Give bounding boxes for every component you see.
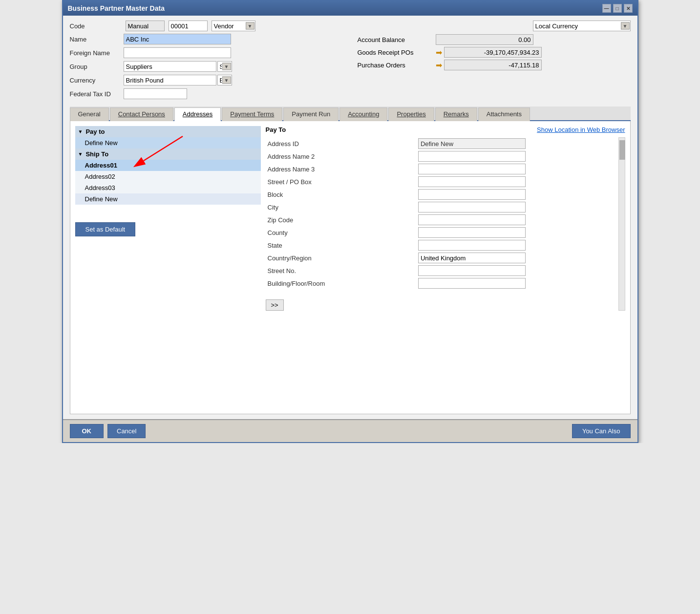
group-dropdown[interactable]: Suppliers — [217, 61, 232, 72]
ship-to-address02-item[interactable]: Address02 — [75, 171, 261, 182]
tab-accounting[interactable]: Accounting — [339, 107, 387, 121]
ship-to-define-new-item[interactable]: Define New — [75, 193, 261, 205]
address-detail-header: Pay To Show Location in Web Browser — [266, 126, 625, 133]
pay-to-define-new-item[interactable]: Define New — [75, 137, 261, 148]
set-default-button[interactable]: Set as Default — [75, 222, 136, 236]
minimize-button[interactable]: — — [602, 4, 611, 13]
local-currency-dropdown[interactable]: Local Currency System Currency — [533, 21, 631, 31]
right-form: Local Currency System Currency ▼ Account… — [353, 21, 631, 102]
federal-tax-row: Federal Tax ID — [70, 88, 343, 100]
window-controls: — □ ✕ — [602, 4, 633, 13]
group-row: Group Suppliers ▼ — [70, 61, 343, 72]
code-number-input[interactable] — [169, 21, 208, 31]
address-id-row: Address ID — [266, 137, 618, 150]
state-row: State — [266, 239, 618, 252]
maximize-button[interactable]: □ — [613, 4, 622, 13]
tab-general[interactable]: General — [70, 107, 109, 121]
goods-receipt-value — [444, 47, 542, 58]
name-input[interactable] — [124, 34, 231, 44]
tab-attachments[interactable]: Attachments — [478, 107, 530, 121]
city-label: City — [266, 201, 416, 213]
address-name2-input[interactable] — [418, 151, 526, 162]
ok-button[interactable]: OK — [70, 424, 104, 438]
zip-code-input[interactable] — [418, 214, 526, 225]
currency-row: Currency British Pound ▼ — [70, 74, 343, 86]
goods-receipt-label: Goods Receipt POs — [358, 49, 436, 56]
tab-payment-run[interactable]: Payment Run — [283, 107, 339, 121]
left-form: Code Vendor Customer Lead ▼ Na — [70, 21, 343, 102]
account-balance-label: Account Balance — [358, 36, 436, 43]
address-id-input[interactable] — [418, 138, 526, 149]
goods-receipt-row: Goods Receipt POs ➡ — [358, 47, 631, 58]
ship-to-define-new-label: Define New — [85, 195, 118, 203]
ship-to-address01-item[interactable]: Address01 — [75, 160, 261, 171]
tab-contact-persons[interactable]: Contact Persons — [110, 107, 173, 121]
purchase-orders-arrow-icon[interactable]: ➡ — [436, 61, 442, 70]
county-input[interactable] — [418, 227, 526, 238]
pay-to-define-new-label: Define New — [85, 139, 118, 147]
name-label: Name — [70, 36, 124, 43]
code-row: Code Vendor Customer Lead ▼ — [70, 21, 343, 31]
account-balance-row: Account Balance — [358, 34, 631, 45]
currency-input[interactable] — [124, 75, 216, 85]
county-row: County — [266, 226, 618, 239]
title-bar: Business Partner Master Data — □ ✕ — [63, 1, 637, 16]
scrollbar-thumb — [619, 140, 625, 160]
block-input[interactable] — [418, 189, 526, 200]
address-list-panel: ▼ Pay to Define New — [75, 126, 261, 311]
close-button[interactable]: ✕ — [624, 4, 633, 13]
country-region-input[interactable] — [418, 253, 526, 263]
tab-properties[interactable]: Properties — [388, 107, 434, 121]
forward-btn-container: >> — [266, 295, 618, 311]
address-name3-input[interactable] — [418, 164, 526, 174]
tab-payment-terms[interactable]: Payment Terms — [222, 107, 282, 121]
address-detail-content: Address ID Address Name 2 — [266, 137, 625, 311]
right-form-header: Local Currency System Currency ▼ — [358, 21, 631, 31]
code-label: Code — [70, 22, 124, 30]
set-default-container: Set as Default — [75, 212, 261, 236]
window-title: Business Partner Master Data — [68, 4, 165, 12]
purchase-orders-label: Purchase Orders — [358, 62, 436, 69]
address-detail-fields: Address ID Address Name 2 — [266, 137, 618, 311]
ship-to-collapse-icon: ▼ — [78, 151, 83, 157]
ship-to-section-header[interactable]: ▼ Ship To — [75, 148, 261, 160]
code-type-dropdown[interactable]: Vendor Customer Lead — [212, 21, 255, 31]
currency-dropdown[interactable]: British Pound — [217, 75, 232, 85]
ship-to-address03-item[interactable]: Address03 — [75, 182, 261, 193]
bottom-bar: OK Cancel You Can Also — [63, 419, 637, 442]
federal-tax-label: Federal Tax ID — [70, 90, 124, 98]
pay-to-section-label: Pay to — [85, 128, 105, 135]
code-manual-input[interactable] — [126, 21, 165, 31]
building-floor-room-input[interactable] — [418, 278, 526, 289]
address-name3-row: Address Name 3 — [266, 163, 618, 175]
ship-to-address03-label: Address03 — [85, 184, 115, 191]
tab-addresses[interactable]: Addresses — [174, 107, 221, 121]
address-detail-title: Pay To — [266, 126, 286, 133]
address-name2-label: Address Name 2 — [266, 150, 416, 163]
address-detail-panel: Pay To Show Location in Web Browser Addr… — [266, 126, 625, 311]
federal-tax-input[interactable] — [124, 88, 187, 99]
cancel-button[interactable]: Cancel — [107, 424, 146, 438]
foreign-name-input[interactable] — [124, 47, 231, 58]
address-name3-label: Address Name 3 — [266, 163, 416, 175]
street-no-label: Street No. — [266, 264, 416, 277]
pay-to-collapse-icon: ▼ — [78, 129, 83, 134]
bottom-left-buttons: OK Cancel — [70, 424, 146, 438]
main-content: Code Vendor Customer Lead ▼ Na — [63, 16, 637, 419]
show-location-link[interactable]: Show Location in Web Browser — [537, 126, 625, 133]
detail-scrollbar[interactable] — [618, 137, 625, 311]
goods-receipt-arrow-icon[interactable]: ➡ — [436, 48, 442, 57]
tab-remarks[interactable]: Remarks — [435, 107, 477, 121]
street-po-box-label: Street / PO Box — [266, 175, 416, 188]
street-no-input[interactable] — [418, 265, 526, 276]
pay-to-section-header[interactable]: ▼ Pay to — [75, 126, 261, 137]
currency-label: Currency — [70, 77, 124, 84]
forward-button[interactable]: >> — [266, 299, 284, 311]
city-input[interactable] — [418, 202, 526, 212]
building-floor-room-row: Building/Floor/Room — [266, 277, 618, 290]
group-input[interactable] — [124, 61, 216, 72]
street-po-box-input[interactable] — [418, 176, 526, 187]
state-input[interactable] — [418, 240, 526, 251]
block-label: Block — [266, 188, 416, 201]
you-can-also-button[interactable]: You Can Also — [572, 424, 631, 438]
